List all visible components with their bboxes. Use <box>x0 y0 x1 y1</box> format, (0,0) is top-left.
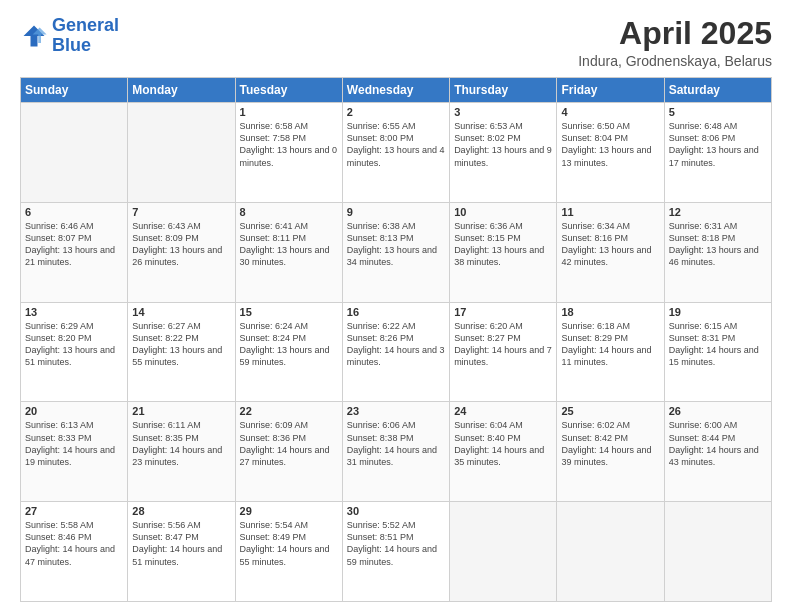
week-row-4: 20Sunrise: 6:13 AM Sunset: 8:33 PM Dayli… <box>21 402 772 502</box>
calendar-cell: 9Sunrise: 6:38 AM Sunset: 8:13 PM Daylig… <box>342 202 449 302</box>
calendar-cell <box>557 502 664 602</box>
day-info: Sunrise: 6:29 AM Sunset: 8:20 PM Dayligh… <box>25 320 123 369</box>
day-number: 27 <box>25 505 123 517</box>
week-row-2: 6Sunrise: 6:46 AM Sunset: 8:07 PM Daylig… <box>21 202 772 302</box>
day-number: 21 <box>132 405 230 417</box>
day-info: Sunrise: 6:53 AM Sunset: 8:02 PM Dayligh… <box>454 120 552 169</box>
day-info: Sunrise: 6:24 AM Sunset: 8:24 PM Dayligh… <box>240 320 338 369</box>
week-row-3: 13Sunrise: 6:29 AM Sunset: 8:20 PM Dayli… <box>21 302 772 402</box>
calendar-cell: 2Sunrise: 6:55 AM Sunset: 8:00 PM Daylig… <box>342 103 449 203</box>
day-info: Sunrise: 6:34 AM Sunset: 8:16 PM Dayligh… <box>561 220 659 269</box>
day-info: Sunrise: 6:13 AM Sunset: 8:33 PM Dayligh… <box>25 419 123 468</box>
day-info: Sunrise: 5:58 AM Sunset: 8:46 PM Dayligh… <box>25 519 123 568</box>
day-info: Sunrise: 6:02 AM Sunset: 8:42 PM Dayligh… <box>561 419 659 468</box>
weekday-header-friday: Friday <box>557 78 664 103</box>
calendar-cell: 10Sunrise: 6:36 AM Sunset: 8:15 PM Dayli… <box>450 202 557 302</box>
calendar-cell: 28Sunrise: 5:56 AM Sunset: 8:47 PM Dayli… <box>128 502 235 602</box>
calendar-cell: 30Sunrise: 5:52 AM Sunset: 8:51 PM Dayli… <box>342 502 449 602</box>
weekday-header-monday: Monday <box>128 78 235 103</box>
day-number: 24 <box>454 405 552 417</box>
day-number: 8 <box>240 206 338 218</box>
day-number: 28 <box>132 505 230 517</box>
calendar-cell: 8Sunrise: 6:41 AM Sunset: 8:11 PM Daylig… <box>235 202 342 302</box>
day-info: Sunrise: 6:15 AM Sunset: 8:31 PM Dayligh… <box>669 320 767 369</box>
calendar-cell <box>664 502 771 602</box>
calendar-cell: 18Sunrise: 6:18 AM Sunset: 8:29 PM Dayli… <box>557 302 664 402</box>
day-number: 19 <box>669 306 767 318</box>
logo: General Blue <box>20 16 119 56</box>
svg-marker-0 <box>24 25 45 46</box>
day-number: 25 <box>561 405 659 417</box>
calendar-cell: 1Sunrise: 6:58 AM Sunset: 7:58 PM Daylig… <box>235 103 342 203</box>
calendar-cell: 7Sunrise: 6:43 AM Sunset: 8:09 PM Daylig… <box>128 202 235 302</box>
day-info: Sunrise: 6:41 AM Sunset: 8:11 PM Dayligh… <box>240 220 338 269</box>
week-row-5: 27Sunrise: 5:58 AM Sunset: 8:46 PM Dayli… <box>21 502 772 602</box>
day-number: 15 <box>240 306 338 318</box>
calendar-cell: 26Sunrise: 6:00 AM Sunset: 8:44 PM Dayli… <box>664 402 771 502</box>
day-info: Sunrise: 6:09 AM Sunset: 8:36 PM Dayligh… <box>240 419 338 468</box>
day-number: 30 <box>347 505 445 517</box>
day-number: 6 <box>25 206 123 218</box>
calendar-cell: 19Sunrise: 6:15 AM Sunset: 8:31 PM Dayli… <box>664 302 771 402</box>
day-info: Sunrise: 6:18 AM Sunset: 8:29 PM Dayligh… <box>561 320 659 369</box>
weekday-header-saturday: Saturday <box>664 78 771 103</box>
calendar-cell: 4Sunrise: 6:50 AM Sunset: 8:04 PM Daylig… <box>557 103 664 203</box>
day-info: Sunrise: 6:20 AM Sunset: 8:27 PM Dayligh… <box>454 320 552 369</box>
day-number: 16 <box>347 306 445 318</box>
day-number: 1 <box>240 106 338 118</box>
calendar-cell: 16Sunrise: 6:22 AM Sunset: 8:26 PM Dayli… <box>342 302 449 402</box>
day-number: 2 <box>347 106 445 118</box>
page: General Blue April 2025 Indura, Grodnens… <box>0 0 792 612</box>
day-info: Sunrise: 6:58 AM Sunset: 7:58 PM Dayligh… <box>240 120 338 169</box>
calendar-cell: 22Sunrise: 6:09 AM Sunset: 8:36 PM Dayli… <box>235 402 342 502</box>
calendar-body: 1Sunrise: 6:58 AM Sunset: 7:58 PM Daylig… <box>21 103 772 602</box>
day-number: 10 <box>454 206 552 218</box>
calendar-cell <box>450 502 557 602</box>
day-info: Sunrise: 5:54 AM Sunset: 8:49 PM Dayligh… <box>240 519 338 568</box>
calendar-cell: 6Sunrise: 6:46 AM Sunset: 8:07 PM Daylig… <box>21 202 128 302</box>
day-number: 11 <box>561 206 659 218</box>
calendar-cell: 29Sunrise: 5:54 AM Sunset: 8:49 PM Dayli… <box>235 502 342 602</box>
calendar-cell: 11Sunrise: 6:34 AM Sunset: 8:16 PM Dayli… <box>557 202 664 302</box>
calendar-cell: 14Sunrise: 6:27 AM Sunset: 8:22 PM Dayli… <box>128 302 235 402</box>
calendar-title: April 2025 <box>578 16 772 51</box>
day-info: Sunrise: 6:46 AM Sunset: 8:07 PM Dayligh… <box>25 220 123 269</box>
day-number: 13 <box>25 306 123 318</box>
day-info: Sunrise: 6:00 AM Sunset: 8:44 PM Dayligh… <box>669 419 767 468</box>
day-info: Sunrise: 6:55 AM Sunset: 8:00 PM Dayligh… <box>347 120 445 169</box>
logo-line2: Blue <box>52 35 91 55</box>
day-number: 9 <box>347 206 445 218</box>
day-number: 12 <box>669 206 767 218</box>
day-number: 20 <box>25 405 123 417</box>
day-info: Sunrise: 6:11 AM Sunset: 8:35 PM Dayligh… <box>132 419 230 468</box>
day-number: 22 <box>240 405 338 417</box>
day-number: 3 <box>454 106 552 118</box>
calendar-cell <box>21 103 128 203</box>
calendar-cell: 15Sunrise: 6:24 AM Sunset: 8:24 PM Dayli… <box>235 302 342 402</box>
day-info: Sunrise: 6:38 AM Sunset: 8:13 PM Dayligh… <box>347 220 445 269</box>
calendar-cell: 24Sunrise: 6:04 AM Sunset: 8:40 PM Dayli… <box>450 402 557 502</box>
day-number: 18 <box>561 306 659 318</box>
logo-icon <box>20 22 48 50</box>
weekday-header-wednesday: Wednesday <box>342 78 449 103</box>
day-number: 5 <box>669 106 767 118</box>
day-info: Sunrise: 5:56 AM Sunset: 8:47 PM Dayligh… <box>132 519 230 568</box>
calendar-cell: 20Sunrise: 6:13 AM Sunset: 8:33 PM Dayli… <box>21 402 128 502</box>
calendar-cell: 12Sunrise: 6:31 AM Sunset: 8:18 PM Dayli… <box>664 202 771 302</box>
day-number: 7 <box>132 206 230 218</box>
day-info: Sunrise: 6:48 AM Sunset: 8:06 PM Dayligh… <box>669 120 767 169</box>
weekday-header-row: SundayMondayTuesdayWednesdayThursdayFrid… <box>21 78 772 103</box>
weekday-header-thursday: Thursday <box>450 78 557 103</box>
calendar-cell: 27Sunrise: 5:58 AM Sunset: 8:46 PM Dayli… <box>21 502 128 602</box>
day-number: 23 <box>347 405 445 417</box>
day-number: 14 <box>132 306 230 318</box>
day-info: Sunrise: 6:43 AM Sunset: 8:09 PM Dayligh… <box>132 220 230 269</box>
day-info: Sunrise: 6:31 AM Sunset: 8:18 PM Dayligh… <box>669 220 767 269</box>
calendar-cell: 17Sunrise: 6:20 AM Sunset: 8:27 PM Dayli… <box>450 302 557 402</box>
calendar-subtitle: Indura, Grodnenskaya, Belarus <box>578 53 772 69</box>
day-info: Sunrise: 6:27 AM Sunset: 8:22 PM Dayligh… <box>132 320 230 369</box>
calendar-table: SundayMondayTuesdayWednesdayThursdayFrid… <box>20 77 772 602</box>
calendar-cell: 21Sunrise: 6:11 AM Sunset: 8:35 PM Dayli… <box>128 402 235 502</box>
day-number: 26 <box>669 405 767 417</box>
calendar-cell: 25Sunrise: 6:02 AM Sunset: 8:42 PM Dayli… <box>557 402 664 502</box>
